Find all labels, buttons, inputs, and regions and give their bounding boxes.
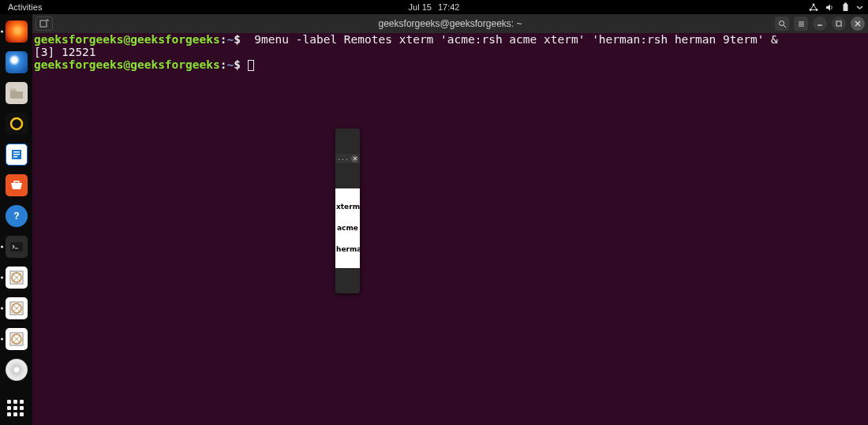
svg-rect-22 — [836, 21, 841, 26]
svg-rect-13 — [10, 242, 23, 252]
minimize-button[interactable] — [813, 17, 827, 31]
svg-text:?: ? — [13, 211, 19, 222]
dock-xterm-2[interactable] — [6, 297, 28, 319]
chevron-down-icon — [856, 4, 863, 11]
volume-icon — [825, 3, 835, 12]
dock-disc[interactable] — [6, 359, 28, 381]
clock[interactable]: Jul 15 17:42 — [409, 2, 460, 12]
dock-files[interactable] — [6, 82, 28, 104]
dock-xterm-1[interactable] — [6, 267, 28, 289]
9menu-popup: ... xterm acme herman — [335, 129, 360, 293]
network-icon — [809, 3, 818, 12]
battery-icon — [842, 2, 849, 12]
dock-rhythmbox[interactable] — [6, 113, 28, 135]
svg-rect-11 — [13, 156, 17, 158]
popup-close-button[interactable] — [351, 155, 358, 162]
dock-software[interactable] — [6, 174, 28, 196]
prompt-user-2: geeksforgeeks@geeksforgeeks — [34, 58, 220, 71]
date-label: Jul 15 — [409, 2, 432, 12]
popup-item-xterm[interactable]: xterm — [335, 203, 360, 211]
show-applications-button[interactable] — [7, 400, 26, 419]
svg-point-21 — [779, 21, 784, 25]
prompt-path: ~ — [226, 33, 234, 46]
svg-rect-9 — [13, 151, 20, 153]
terminal-body[interactable]: geeksforgeeks@geeksforgeeks:~$ 9menu -la… — [32, 33, 868, 425]
popup-title: ... — [337, 155, 349, 162]
maximize-button[interactable] — [832, 17, 846, 31]
dock-xterm-3[interactable] — [6, 328, 28, 350]
search-button[interactable] — [775, 17, 789, 31]
hamburger-menu-button[interactable] — [794, 17, 808, 31]
popup-item-herman[interactable]: herman — [335, 246, 360, 253]
svg-rect-10 — [13, 154, 20, 155]
dock-writer[interactable] — [6, 144, 28, 166]
new-tab-button[interactable] — [36, 17, 53, 31]
system-tray[interactable] — [809, 2, 863, 12]
command-1: 9menu -label Remotes xterm 'acme:rsh acm… — [248, 33, 778, 46]
dock-firefox[interactable] — [6, 21, 28, 43]
popup-body: xterm acme herman — [335, 188, 360, 268]
output-1: [3] 12521 — [34, 46, 96, 58]
window-headerbar: geeksforgeeks@geeksforgeeks: ~ — [32, 14, 868, 33]
cursor — [248, 60, 254, 71]
window-title: geeksforgeeks@geeksforgeeks: ~ — [379, 18, 522, 29]
svg-point-7 — [15, 122, 18, 125]
dock-thunderbird[interactable] — [6, 51, 28, 73]
close-button[interactable] — [851, 17, 865, 31]
activities-button[interactable]: Activities — [0, 2, 50, 12]
dock-help[interactable]: ? — [6, 205, 28, 227]
svg-rect-4 — [844, 3, 847, 5]
top-bar: Activities Jul 15 17:42 — [0, 0, 868, 14]
svg-rect-3 — [844, 4, 848, 11]
dock-terminal[interactable] — [6, 236, 28, 258]
popup-item-acme[interactable]: acme — [335, 225, 360, 232]
time-label: 17:42 — [438, 2, 460, 12]
terminal-window: geeksforgeeks@geeksforgeeks: ~ geeksforg… — [32, 14, 868, 425]
prompt-user: geeksforgeeks@geeksforgeeks — [34, 33, 220, 46]
popup-titlebar[interactable]: ... — [335, 154, 360, 163]
dock: ? — [0, 14, 32, 425]
svg-rect-5 — [10, 88, 16, 91]
